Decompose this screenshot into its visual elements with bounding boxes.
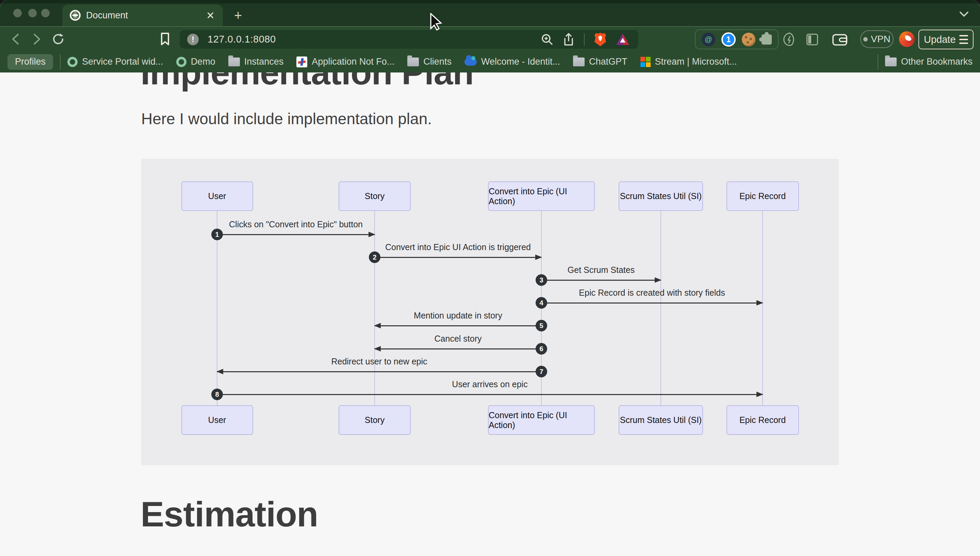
url-text[interactable]: 127.0.0.1:8080: [208, 34, 541, 45]
update-label: Update: [924, 34, 956, 45]
browser-window: Implementation Plan Here I would include…: [0, 0, 980, 556]
ring-icon: [176, 57, 186, 67]
arrowhead-icon: [535, 255, 542, 260]
sidebar-toggle-icon[interactable]: [806, 27, 818, 52]
heading-estimation: Estimation: [140, 494, 318, 535]
tab-search-chevron-icon[interactable]: [958, 11, 970, 19]
message-arrow: [375, 348, 541, 349]
zoom-page-icon[interactable]: [541, 33, 553, 45]
onepassword-extension-icon[interactable]: 1: [722, 32, 736, 47]
page-favicon-icon: [70, 10, 81, 21]
arrowhead-icon: [374, 346, 381, 351]
profile-avatar[interactable]: [899, 31, 915, 47]
gear-extension-icon[interactable]: @: [702, 33, 715, 46]
extensions-puzzle-icon[interactable]: [762, 34, 772, 45]
new-tab-button[interactable]: +: [234, 10, 242, 21]
brave-shields-icon[interactable]: [594, 32, 606, 47]
bookmark-label: Service Portal wid...: [82, 57, 163, 67]
tab-strip: Document ✕ +: [0, 0, 980, 26]
bookmark-item[interactable]: Application Not Fo...: [296, 57, 394, 67]
message-arrow: [375, 257, 541, 258]
message-number-badge: 3: [536, 274, 547, 286]
arrowhead-icon: [756, 392, 763, 397]
message-arrow: [541, 302, 762, 304]
divider: [878, 55, 878, 70]
message-number-badge: 4: [536, 297, 547, 309]
folder-icon: [573, 58, 584, 66]
bookmark-label: ChatGPT: [589, 57, 628, 67]
message-arrow: [375, 325, 541, 326]
bookmarks-bar: Profiles Service Portal wid...DemoInstan…: [0, 51, 980, 73]
actor-box: User: [181, 405, 253, 435]
message-label: Epic Record is created with story fields: [579, 288, 725, 298]
bookmark-profiles[interactable]: Profiles: [8, 54, 53, 70]
message-number-badge: 1: [211, 229, 223, 240]
message-label: Redirect user to new epic: [331, 357, 427, 367]
message-number-badge: 5: [536, 320, 547, 331]
vpn-button[interactable]: VPN: [860, 30, 894, 48]
reload-button[interactable]: [50, 27, 67, 51]
site-info-icon[interactable]: !: [187, 34, 199, 45]
bookmark-item[interactable]: Service Portal wid...: [67, 57, 163, 67]
message-label: Get Scrum States: [568, 265, 634, 275]
actor-box: Convert into Epic (UI Action): [488, 405, 595, 435]
actor-box: Scrum States Util (SI): [618, 405, 703, 435]
folder-icon: [407, 58, 419, 66]
cookie-extension-icon[interactable]: [742, 33, 756, 46]
extensions-cluster: @ 1: [695, 29, 778, 49]
divider: [60, 55, 61, 70]
close-window-button[interactable]: [13, 9, 22, 17]
zoom-window-button[interactable]: [41, 9, 50, 17]
arrowhead-icon: [216, 369, 223, 374]
bookmark-label: Demo: [191, 57, 215, 67]
arrowhead-icon: [756, 300, 763, 305]
forward-button[interactable]: [29, 27, 45, 51]
actor-box: Epic Record: [727, 405, 799, 435]
bookmark-item[interactable]: Instances: [228, 57, 284, 67]
bookmark-item[interactable]: Demo: [176, 57, 215, 67]
minimize-window-button[interactable]: [28, 9, 37, 17]
sequence-diagram: UserUserStoryStoryConvert into Epic (UI …: [141, 159, 839, 465]
browser-chrome: Document ✕ + ! 127.0.0.1: [0, 0, 980, 73]
cloud-icon: [465, 58, 477, 66]
bookmark-item[interactable]: Stream | Microsoft...: [640, 57, 737, 67]
bookmark-label: Application Not Fo...: [312, 57, 394, 67]
arrowhead-icon: [368, 232, 375, 237]
leo-ai-button[interactable]: [783, 27, 796, 52]
folder-icon: [885, 58, 897, 66]
bat-rewards-icon[interactable]: [616, 33, 630, 45]
message-label: Mention update in story: [414, 311, 502, 320]
bookmark-label: Instances: [244, 57, 284, 67]
message-arrow: [217, 234, 375, 235]
bookmark-flag-icon[interactable]: [157, 27, 174, 51]
wallet-icon[interactable]: [832, 27, 847, 52]
message-label: Clicks on "Convert into Epic" button: [229, 220, 363, 230]
message-number-badge: 2: [369, 251, 380, 263]
message-label: Cancel story: [434, 334, 482, 344]
menu-icon[interactable]: [959, 35, 968, 44]
tab-document[interactable]: Document ✕: [62, 5, 223, 26]
message-label: Convert into Epic UI Action is triggered: [385, 242, 531, 252]
url-bar[interactable]: ! 127.0.0.1:8080: [180, 30, 638, 48]
folder-icon: [228, 58, 240, 66]
share-icon[interactable]: [563, 33, 575, 46]
app-cross-icon: [296, 57, 307, 67]
vpn-label: VPN: [871, 34, 891, 45]
message-arrow: [541, 280, 661, 281]
bookmark-other-bookmarks[interactable]: Other Bookmarks: [885, 57, 972, 67]
paragraph: Here I would include implementation plan…: [141, 110, 432, 128]
vpn-status-dot: [863, 37, 868, 42]
lifeline: [374, 211, 375, 405]
bookmark-item[interactable]: Welcome - Identit...: [465, 57, 560, 67]
bookmark-item[interactable]: ChatGPT: [573, 57, 628, 67]
arrowhead-icon: [374, 323, 381, 328]
mouse-cursor: [429, 13, 443, 31]
actor-box: User: [181, 181, 253, 211]
back-button[interactable]: [7, 27, 24, 51]
actor-box: Convert into Epic (UI Action): [488, 181, 595, 211]
tab-close-icon[interactable]: ✕: [206, 10, 215, 21]
update-button[interactable]: Update: [919, 30, 974, 49]
message-number-badge: 7: [536, 366, 547, 377]
bookmark-item[interactable]: Clients: [407, 57, 452, 67]
lifeline: [762, 211, 763, 405]
